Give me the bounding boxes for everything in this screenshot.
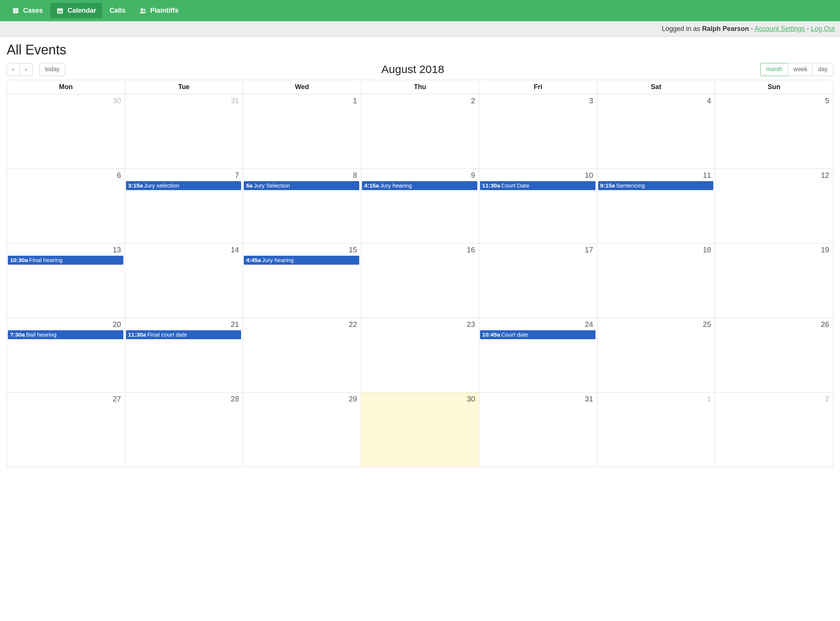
archive-icon (12, 7, 20, 15)
day-header: Sun (715, 80, 833, 94)
day-number: 27 (7, 392, 125, 404)
calendar-event[interactable]: 6aJury Selection (244, 181, 359, 190)
day-number: 7 (125, 169, 243, 180)
day-number: 20 (7, 318, 125, 330)
day-cell[interactable]: 86aJury Selection (243, 168, 361, 243)
day-number: 23 (361, 318, 479, 330)
day-cell[interactable]: 207:30aBail hearing (7, 318, 125, 392)
event-title: Final hearing (29, 257, 63, 263)
svg-rect-6 (61, 8, 62, 9)
day-number: 10 (479, 169, 597, 180)
calendar-event[interactable]: 9:15aSentencing (598, 181, 714, 190)
next-button[interactable]: › (20, 63, 32, 76)
nav-label: Calls (110, 7, 126, 15)
day-cell[interactable]: 14 (125, 243, 243, 318)
day-cell[interactable]: 2111:30aFinal court date (125, 318, 243, 392)
day-cell[interactable]: 6 (7, 168, 125, 243)
svg-rect-8 (60, 11, 61, 12)
log-out-link[interactable]: Log Out (811, 25, 835, 32)
day-cell[interactable]: 30 (361, 392, 479, 467)
svg-rect-7 (58, 11, 59, 12)
view-month-button[interactable]: month (760, 63, 788, 76)
event-title: Court Date (501, 182, 529, 189)
day-number: 15 (243, 244, 361, 255)
day-cell[interactable]: 2 (715, 392, 833, 467)
day-cell[interactable]: 18 (597, 243, 715, 318)
event-time: 3:15a (128, 182, 143, 189)
calendar-event[interactable]: 10:30aFinal hearing (8, 256, 123, 265)
calendar-event[interactable]: 11:30aCourt Date (480, 181, 596, 190)
day-cell[interactable]: 1310:30aFinal hearing (7, 243, 125, 318)
day-cell[interactable]: 28 (125, 392, 243, 467)
nav-plaintiffs[interactable]: Plaintiffs (133, 3, 185, 18)
event-time: 10:30a (10, 257, 28, 263)
nav-cases[interactable]: Cases (6, 3, 49, 18)
user-bar: Logged in as Ralph Pearson - Account Set… (0, 21, 840, 37)
event-title: Jury hearing (262, 257, 294, 263)
account-settings-link[interactable]: Account Settings (755, 25, 805, 32)
day-cell[interactable]: 17 (479, 243, 597, 318)
day-header: Fri (479, 80, 597, 94)
day-number: 6 (7, 169, 125, 180)
day-cell[interactable]: 94:15aJury hearing (361, 168, 479, 243)
view-week-button[interactable]: week (788, 63, 813, 76)
day-number: 9 (361, 169, 479, 180)
day-cell[interactable]: 154:45aJury hearing (243, 243, 361, 318)
day-number: 18 (597, 244, 715, 255)
day-cell[interactable]: 119:15aSentencing (597, 168, 715, 243)
event-title: Jury selection (144, 182, 179, 189)
day-number: 22 (243, 318, 361, 330)
day-number: 30 (361, 392, 479, 404)
calendar-event[interactable]: 4:15aJury hearing (362, 181, 477, 190)
day-cell[interactable]: 16 (361, 243, 479, 318)
svg-point-13 (141, 8, 143, 11)
today-button[interactable]: today (39, 63, 65, 76)
calendar-event[interactable]: 10:45aCourt date (480, 330, 596, 339)
nav-calendar[interactable]: Calendar (50, 3, 102, 18)
day-cell[interactable]: 1 (597, 392, 715, 467)
calendar-event[interactable]: 3:15aJury selection (126, 181, 242, 190)
day-cell[interactable]: 22 (243, 318, 361, 392)
day-cell[interactable]: 29 (243, 392, 361, 467)
view-day-button[interactable]: day (813, 63, 833, 76)
day-cell[interactable]: 19 (715, 243, 833, 318)
day-cell[interactable]: 12 (715, 168, 833, 243)
day-cell[interactable]: 27 (7, 392, 125, 467)
day-cell[interactable]: 25 (597, 318, 715, 392)
logged-in-prefix: Logged in as (662, 25, 702, 32)
day-cell[interactable]: 73:15aJury selection (125, 168, 243, 243)
day-number: 12 (715, 169, 833, 180)
calendar-event[interactable]: 4:45aJury hearing (244, 256, 359, 265)
day-cell[interactable]: 31 (479, 392, 597, 467)
calendar-event[interactable]: 7:30aBail hearing (8, 330, 123, 339)
day-number: 1 (597, 392, 715, 404)
event-title: Bail hearing (26, 332, 57, 338)
calendar-event[interactable]: 11:30aFinal court date (126, 330, 242, 339)
svg-rect-12 (61, 12, 62, 13)
day-cell[interactable]: 31 (125, 94, 243, 168)
nav-calls[interactable]: Calls (104, 3, 132, 18)
day-number: 24 (479, 318, 597, 330)
day-number: 16 (361, 244, 479, 255)
day-cell[interactable]: 30 (7, 94, 125, 168)
day-cell[interactable]: 1011:30aCourt Date (479, 168, 597, 243)
day-number: 31 (125, 94, 243, 106)
day-number: 13 (7, 244, 125, 255)
svg-rect-0 (13, 8, 19, 9)
day-cell[interactable]: 1 (243, 94, 361, 168)
day-cell[interactable]: 23 (361, 318, 479, 392)
svg-point-14 (144, 9, 145, 11)
day-number: 2 (715, 392, 833, 404)
day-cell[interactable]: 26 (715, 318, 833, 392)
day-cell[interactable]: 2410:45aCourt date (479, 318, 597, 392)
nav-label: Plaintiffs (150, 7, 179, 15)
day-cell[interactable]: 5 (715, 94, 833, 168)
sep: - (805, 25, 811, 32)
day-number: 2 (361, 94, 479, 106)
calendar-title: August 2018 (381, 63, 444, 76)
day-cell[interactable]: 3 (479, 94, 597, 168)
day-cell[interactable]: 4 (597, 94, 715, 168)
day-cell[interactable]: 2 (361, 94, 479, 168)
prev-button[interactable]: ‹ (7, 63, 20, 76)
svg-rect-9 (61, 11, 62, 12)
